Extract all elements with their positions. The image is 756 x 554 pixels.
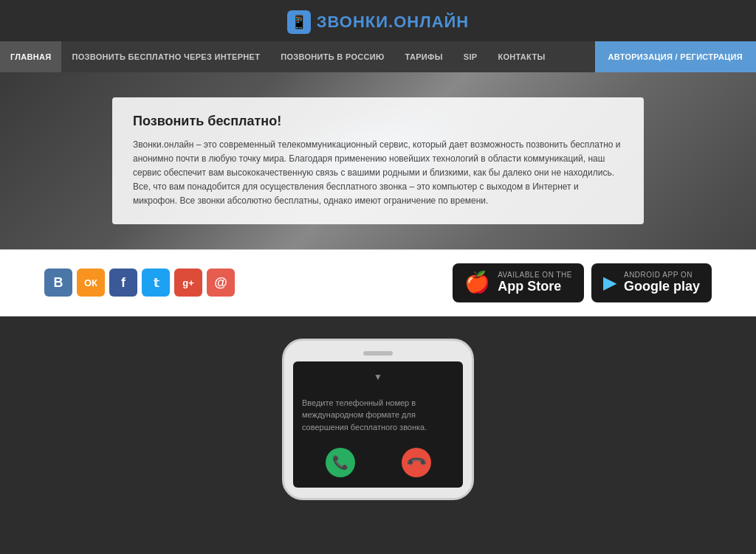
google-play-text: ANDROID APP ON Google play: [624, 271, 700, 295]
logo-text: ЗВОНКИ.ОНЛАЙН: [317, 13, 470, 32]
social-icon-vk[interactable]: В: [44, 269, 72, 297]
navigation: ГЛАВНАЯ ПОЗВОНИТЬ БЕСПЛАТНО ЧЕРЕЗ ИНТЕРН…: [0, 41, 756, 72]
app-store-sub: Available on the: [498, 271, 572, 279]
app-buttons-group: 🍎 Available on the App Store ▶ ANDROID A…: [453, 263, 712, 302]
google-play-button[interactable]: ▶ ANDROID APP ON Google play: [591, 263, 712, 302]
social-icon-ok[interactable]: ОК: [77, 269, 105, 297]
logo-icon: 📱: [287, 10, 311, 34]
logo: 📱 ЗВОНКИ.ОНЛАЙН: [287, 10, 470, 34]
social-icon-fb[interactable]: f: [109, 269, 137, 297]
phone-arrow: ▼: [302, 372, 454, 382]
nav-item-call-russia[interactable]: ПОЗВОНИТЬ В РОССИЮ: [270, 41, 394, 72]
hero-banner: Позвонить бесплатно! Звонки.онлайн – это…: [0, 72, 756, 249]
app-store-text: Available on the App Store: [498, 271, 572, 295]
phone-buttons: 📞 📞: [302, 448, 454, 477]
phone-mockup: ▼ Введите телефонный номер в международн…: [282, 339, 474, 501]
phone-top: [293, 351, 463, 356]
google-play-sub: ANDROID APP ON: [624, 271, 700, 279]
phone-speaker: [363, 351, 393, 356]
nav-item-call-free[interactable]: ПОЗВОНИТЬ БЕСПЛАТНО ЧЕРЕЗ ИНТЕРНЕТ: [61, 41, 270, 72]
apple-icon: 🍎: [464, 272, 490, 293]
social-icon-mail[interactable]: @: [207, 269, 235, 297]
phone-end-button[interactable]: 📞: [395, 442, 437, 484]
hero-description: Звонки.онлайн – это современный телекомм…: [133, 138, 623, 209]
nav-item-auth[interactable]: АВТОРИЗАЦИЯ / РЕГИСТРАЦИЯ: [595, 41, 756, 72]
social-icon-tw[interactable]: 𝕥: [142, 269, 170, 297]
phone-section: ▼ Введите телефонный номер в международн…: [0, 316, 756, 501]
app-store-main: App Store: [498, 279, 572, 295]
social-section: В ОК f 𝕥 g+ @ 🍎 Available on the App Sto…: [0, 249, 756, 316]
header: 📱 ЗВОНКИ.ОНЛАЙН: [0, 0, 756, 41]
phone-screen: ▼ Введите телефонный номер в международн…: [293, 361, 463, 488]
nav-item-contacts[interactable]: КОНТАКТЫ: [487, 41, 555, 72]
nav-item-main[interactable]: ГЛАВНАЯ: [0, 41, 61, 72]
google-play-main: Google play: [624, 279, 700, 295]
nav-item-sip[interactable]: SIP: [453, 41, 488, 72]
social-icons-group: В ОК f 𝕥 g+ @: [44, 269, 235, 297]
phone-input-area: Введите телефонный номер в международном…: [302, 397, 454, 434]
phone-call-button[interactable]: 📞: [326, 448, 355, 477]
social-icon-gp[interactable]: g+: [174, 269, 202, 297]
app-store-button[interactable]: 🍎 Available on the App Store: [453, 263, 584, 302]
google-play-icon: ▶: [603, 274, 616, 291]
nav-item-tariffs[interactable]: ТАРИФЫ: [395, 41, 453, 72]
hero-card: Позвонить бесплатно! Звонки.онлайн – это…: [112, 97, 644, 225]
hero-title: Позвонить бесплатно!: [133, 114, 623, 129]
